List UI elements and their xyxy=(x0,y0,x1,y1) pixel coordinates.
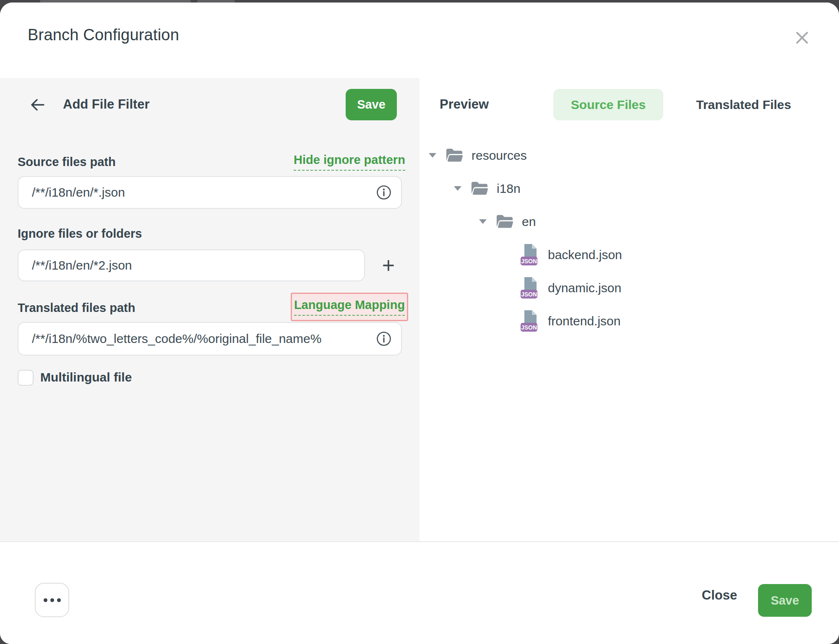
info-icon[interactable] xyxy=(376,331,392,347)
dot-icon xyxy=(50,598,54,602)
modal-footer: Close Save xyxy=(0,541,839,644)
folder-open-icon xyxy=(495,213,514,230)
json-file-icon: JSON xyxy=(520,309,540,333)
save-filter-button[interactable]: Save xyxy=(346,89,397,120)
hide-ignore-pattern-link[interactable]: Hide ignore pattern xyxy=(294,153,405,171)
tree-item-label: dynamic.json xyxy=(548,281,621,295)
source-files-path-value: /**/i18n/en/*.json xyxy=(32,185,376,200)
tree-expand-caret-icon[interactable] xyxy=(429,153,436,158)
folder-open-icon xyxy=(445,147,464,164)
caret-down-icon xyxy=(454,186,461,191)
language-mapping-highlight: Language Mapping xyxy=(291,293,408,321)
tree-item-label: backend.json xyxy=(548,248,622,262)
tree-file-dynamic-json[interactable]: JSONdynamic.json xyxy=(420,271,839,304)
json-file-icon: JSON xyxy=(520,243,540,267)
multilingual-file-label: Multilingual file xyxy=(40,370,132,384)
caret-down-icon xyxy=(429,153,436,158)
multilingual-file-checkbox[interactable] xyxy=(18,370,34,386)
tree-item-label: resources xyxy=(472,148,527,163)
tree-item-label: frontend.json xyxy=(548,314,620,328)
modal-title: Branch Configuration xyxy=(28,26,179,44)
modal-header: Branch Configuration xyxy=(0,3,839,79)
json-file-icon: JSON xyxy=(520,276,540,300)
tree-item-label: i18n xyxy=(497,182,521,196)
tree-expand-caret-icon[interactable] xyxy=(454,186,461,191)
file-filter-form: Source files path Hide ignore pattern /*… xyxy=(0,131,420,542)
tab-translated-files[interactable]: Translated Files xyxy=(678,89,809,120)
tree-file-backend-json[interactable]: JSONbackend.json xyxy=(420,238,839,271)
tree-folder-resources[interactable]: resources xyxy=(420,139,839,172)
tree-file-frontend-json[interactable]: JSONfrontend.json xyxy=(420,304,839,338)
svg-text:JSON: JSON xyxy=(521,258,537,265)
back-arrow-icon[interactable] xyxy=(29,96,46,113)
save-filter-button-label: Save xyxy=(357,98,386,112)
caret-down-icon xyxy=(479,219,487,224)
file-tree: resourcesi18nenJSONbackend.jsonJSONdynam… xyxy=(420,139,839,338)
source-files-path-label: Source files path xyxy=(18,155,116,169)
close-button[interactable]: Close xyxy=(696,587,743,603)
file-filter-subheader: Add File Filter Save xyxy=(0,78,420,132)
save-button-label: Save xyxy=(771,594,799,608)
tree-folder-en[interactable]: en xyxy=(420,205,839,238)
add-ignore-pattern-button[interactable]: + xyxy=(376,252,401,279)
ignore-files-value: /**/i18n/en/*2.json xyxy=(32,258,364,273)
branch-configuration-modal: Branch Configuration Add File Filter Sav… xyxy=(0,3,839,644)
file-filter-title: Add File Filter xyxy=(63,97,150,112)
preview-tabs: Source FilesTranslated Files xyxy=(553,89,809,120)
folder-open-icon xyxy=(470,180,489,197)
tree-expand-caret-icon[interactable] xyxy=(479,219,487,224)
more-options-button[interactable] xyxy=(35,583,69,617)
preview-subheader: Preview Source FilesTranslated Files xyxy=(420,78,839,132)
save-button[interactable]: Save xyxy=(758,584,812,617)
translated-files-path-value: /**/i18n/%two_letters_code%/%original_fi… xyxy=(32,332,376,346)
ignore-files-input[interactable]: /**/i18n/en/*2.json xyxy=(18,249,365,281)
tree-folder-i18n[interactable]: i18n xyxy=(420,172,839,205)
tree-item-label: en xyxy=(522,215,536,229)
source-files-path-input[interactable]: /**/i18n/en/*.json xyxy=(18,176,402,209)
preview-title: Preview xyxy=(440,97,489,112)
info-icon[interactable] xyxy=(376,184,392,200)
dot-icon xyxy=(44,598,47,602)
preview-file-tree-panel: resourcesi18nenJSONbackend.jsonJSONdynam… xyxy=(420,131,839,542)
language-mapping-link[interactable]: Language Mapping xyxy=(294,298,405,316)
dot-icon xyxy=(57,598,61,602)
translated-files-path-input[interactable]: /**/i18n/%two_letters_code%/%original_fi… xyxy=(18,322,402,356)
translated-files-path-label: Translated files path xyxy=(18,301,135,315)
screen-backdrop: Branch Configuration Add File Filter Sav… xyxy=(0,0,839,644)
close-icon[interactable] xyxy=(791,27,813,49)
tab-source-files[interactable]: Source Files xyxy=(553,89,663,120)
svg-text:JSON: JSON xyxy=(521,291,537,298)
svg-text:JSON: JSON xyxy=(521,324,537,331)
ignore-files-label: Ignore files or folders xyxy=(18,227,142,241)
